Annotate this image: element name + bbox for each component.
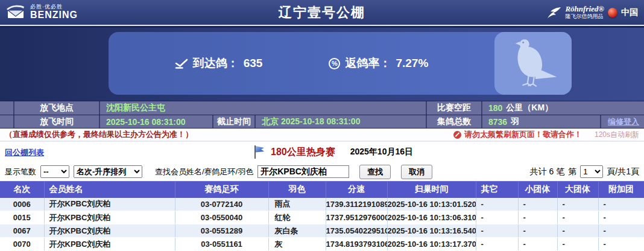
pigeon-panel [494,32,572,95]
stats-panel: 到达鸽： 635 % 返鸽率： 7.27% [109,32,572,95]
cell-speed: 1739.3112191089 [326,198,387,211]
distance-value: 180 公里（KM） [482,101,644,115]
cell-other: - [476,198,518,211]
cancel-button[interactable]: 取消 [401,165,432,179]
cell-other: - [476,211,518,224]
cell-arrival-time: 2025-10-16 10:13:17.370 [387,238,476,251]
region-label: 中国 [621,7,638,18]
cell-arrival-time: 2025-10-16 10:13:01.520 [387,198,476,211]
col-other: 其它 [476,182,518,198]
edit-login-link[interactable]: 编修登入 [608,116,639,127]
cell-small-team: - [518,238,557,251]
cell-feather-color: 灰白条 [268,224,326,238]
table-row: 0070开尔KPBC刘庆柏03-0551161灰1734.81937931062… [0,238,644,251]
cell-arrival-time: 2025-10-16 10:13:06.310 [387,211,476,224]
return-rate-stat: % 返鸽率： 7.27% [329,56,428,71]
col-rank: 名次 [0,182,44,198]
release-time-value: 2025-10-16 08:31:00 [100,115,212,128]
cell-speed: 1737.9512976000 [326,211,387,224]
disclaimer-text: （直播成绩仅供参考，最终结果以主办方公告为准！） [5,129,193,140]
cell-member-name: 开尔KPBC刘庆柏 [44,211,175,224]
cell-feather-color: 红轮 [268,211,326,224]
cell-additional-team: - [598,238,644,251]
cell-small-team: - [518,224,557,238]
page-suffix: 頁/共1頁 [607,167,639,177]
cell-ring-number: 03-0551289 [175,224,268,238]
cell-large-team: - [557,224,598,238]
col-small-team: 小团体 [518,182,557,198]
sort-order-select[interactable]: 名次-升序排列 [74,165,142,178]
cell-member-name: 开尔KPBC刘庆柏 [44,198,175,211]
info-row-2: 放飞时间 2025-10-16 08:31:00 截止时间 北京 2025-10… [0,115,644,129]
cell-ring-number: 03-0772140 [175,198,268,211]
page-prefix: 第 [568,167,576,177]
total-pigeons-value: 8736 羽 [482,115,601,128]
brand-subtitle: 隆飞尔信鸽用品 [565,14,604,20]
cell-rank: 0015 [0,211,44,224]
race-title-bar: 回公棚列表 180公里热身赛 2025年10月16日 [0,142,644,162]
total-pigeons-label: 集鸽总数 [426,115,482,128]
col-ring-number: 赛鸽足环 [175,182,268,198]
cell-small-team: - [518,211,557,224]
cell-ring-number: 03-0551161 [175,238,268,251]
cell-large-team: - [557,198,598,211]
return-rate-value: 7.27% [396,57,428,70]
cell-feather-color: 灰 [268,238,326,251]
release-place-label: 放飞地点 [14,101,100,115]
stats-banner: 到达鸽： 635 % 返鸽率： 7.27% [0,28,644,101]
cell-speed: 1734.8193793106 [326,238,387,251]
cell-rank: 0070 [0,238,44,251]
race-date: 2025年10月16日 [350,147,413,157]
results-table: 名次会员姓名赛鸽足环羽色分速归巢时间其它小团体大团体附加团 0006开尔KPBC… [0,181,644,251]
col-additional-team: 附加团 [598,182,644,198]
total-unit: 羽 [511,116,519,127]
flag-icon [253,144,265,160]
cell-feather-color: 雨点 [268,198,326,211]
pigeon-icon [505,34,561,93]
release-place-value: 沈阳新民公主屯 [100,101,426,115]
back-to-loft-list-link[interactable]: 回公棚列表 [5,147,44,158]
table-row: 0015开尔KPBC刘庆柏03-0550040红轮1737.9512976000… [0,211,644,224]
cell-ring-number: 03-0550040 [175,211,268,224]
top-header-bar: 必胜·优必胜 BENZING 辽宁壹号公棚 Röhnfried® 隆飞尔信鸽用品… [0,0,644,26]
cell-small-team: - [518,198,557,211]
search-input[interactable] [257,165,349,178]
pagination: 共计 6 笔 第 1 頁/共1頁 [530,165,639,178]
arrived-stat: 到达鸽： 635 [175,56,263,71]
roehnfried-bird-icon [547,7,561,19]
cell-additional-team: - [598,198,644,211]
cell-large-team: - [557,211,598,224]
table-row: 0067开尔KPBC刘庆柏03-0551289灰白条1735.054022951… [0,224,644,238]
china-globe-icon [608,8,617,17]
cell-large-team: - [557,238,598,251]
cell-other: - [476,238,518,251]
info-row-1: 放飞地点 沈阳新民公主屯 比赛空距 180 公里（KM） [0,101,644,115]
cell-rank: 0067 [0,224,44,238]
total-records-text: 共计 6 笔 [530,167,565,177]
show-count-select[interactable]: -- [40,165,69,178]
deadline-value: 北京 2025-10-18 08:31:00 [256,115,426,128]
percent-icon: % [329,58,340,69]
search-button[interactable]: 查找 [359,165,391,179]
race-name: 180公里热身赛 [271,146,335,159]
page-select[interactable]: 1 [580,165,603,178]
arrival-bird-icon [175,59,188,69]
refresh-warning-text: 请勿太频繁刷新页面！敬请合作！ [464,129,582,140]
cell-other: - [476,224,518,238]
show-count-label: 显示笔数 [5,167,36,177]
roehnfried-brand[interactable]: Röhnfried® 隆飞尔信鸽用品 中国 [547,5,638,19]
controls-bar: 显示笔数 -- 名次-升序排列 查找会员姓名/赛鸽足环/羽色 查找 取消 共计 … [0,162,644,181]
release-time-label: 放飞时间 [14,115,100,128]
notice-bar: （直播成绩仅供参考，最终结果以主办方公告为准！） 请勿太频繁刷新页面！敬请合作！… [0,129,644,142]
cell-rank: 0006 [0,198,44,211]
auto-refresh-text: 120s自动刷新 [595,130,639,140]
col-member-name: 会员姓名 [44,182,175,198]
arrived-value: 635 [244,57,263,70]
distance-unit: 公里（KM） [506,103,553,113]
col-feather-color: 羽色 [268,182,326,198]
search-label: 查找会员姓名/赛鸽足环/羽色 [155,167,253,177]
cell-additional-team: - [598,211,644,224]
col-speed: 分速 [326,182,387,198]
deadline-label: 截止时间 [212,115,256,128]
cell-additional-team: - [598,224,644,238]
